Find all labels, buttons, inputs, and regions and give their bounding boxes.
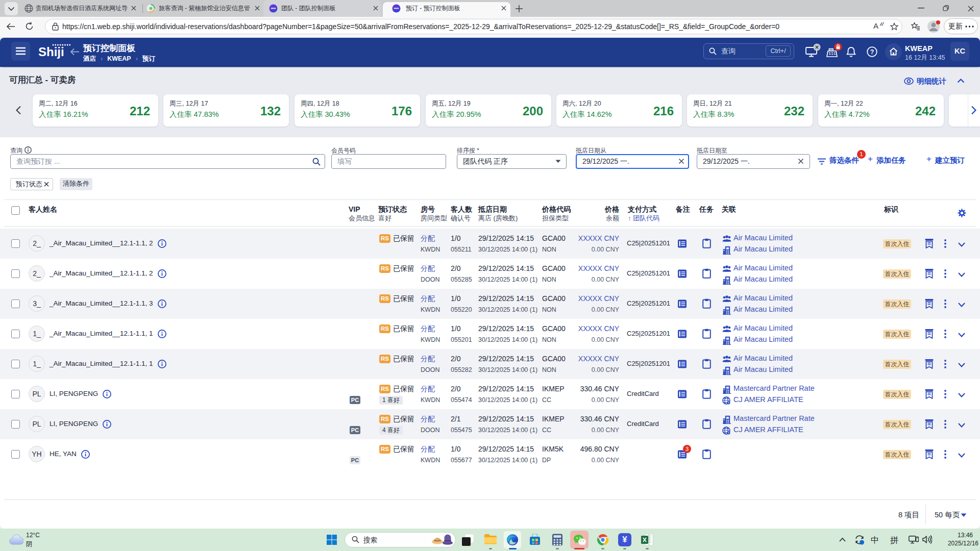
svg-text:?: ? bbox=[870, 48, 874, 56]
